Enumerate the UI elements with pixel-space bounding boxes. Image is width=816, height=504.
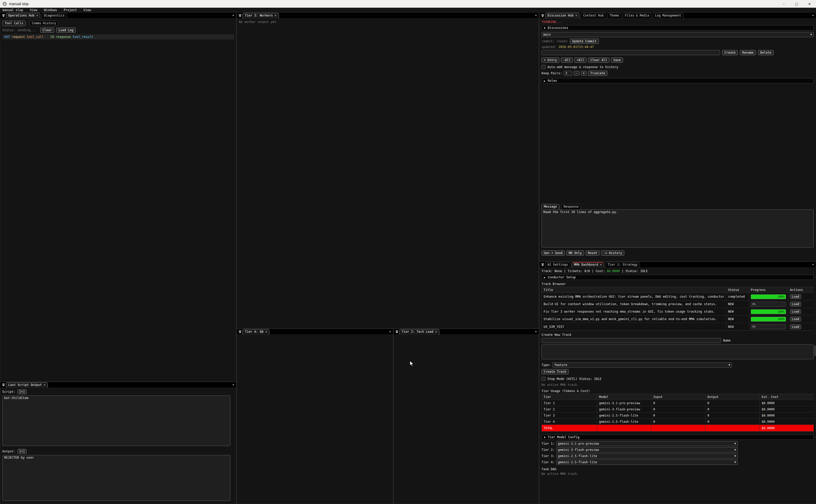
load-track-button[interactable]: Load [790,309,801,314]
panel-close-icon[interactable]: ✕ [535,13,537,17]
tab-operations-hub[interactable]: Operations Hub × [6,13,40,18]
panel-close-icon[interactable]: ✕ [535,330,537,333]
tier2-model-dropdown[interactable]: gemini-3-flash-preview ▼ [556,447,738,452]
panel-close-icon[interactable]: ✕ [232,383,234,386]
window-menu-icon[interactable] [237,329,243,335]
create-track-button[interactable]: Create Track [542,369,569,374]
to-history-button[interactable]: -> History [601,250,624,256]
collapse-all-button[interactable]: -All [561,58,573,63]
menu-item-app[interactable]: manual slop [3,8,23,12]
discussion-name-input[interactable] [542,50,720,55]
roles-section-header[interactable]: ▶ Roles [542,78,814,83]
gen-send-button[interactable]: Gen + Send [542,250,565,256]
tab-close-icon[interactable]: × [265,329,267,335]
script-textarea[interactable]: Get-ChildItem [2,395,230,446]
step-mode-checkbox[interactable] [542,377,545,381]
scrollbar-thumb[interactable] [814,345,816,356]
tab-tier3-workers[interactable]: Tier 3: Workers × [243,13,279,18]
message-textarea[interactable]: Read the first 10 lines of aggregate.py. [542,209,814,248]
tab-message[interactable]: Message [542,204,559,209]
tab-theme[interactable]: Theme [607,13,621,18]
md-only-button[interactable]: MD Only [566,250,584,256]
tab-discussion-hub[interactable]: Discussion Hub × [545,13,579,18]
auto-add-checkbox[interactable] [542,65,545,69]
load-log-button[interactable]: Load Log [56,28,76,33]
tier1-model-dropdown[interactable]: gemini-3.1-pro-preview ▼ [556,441,738,446]
tab-context-hub[interactable]: Context Hub [581,13,606,18]
rename-button[interactable]: Rename [740,50,756,55]
load-track-button[interactable]: Load [790,324,801,329]
menu-item-view-2[interactable]: View [84,8,91,12]
tool-call-log-row[interactable]: OUT request tool_call IN response tool_r… [2,34,234,39]
tab-comms-history[interactable]: Comms History [29,21,58,26]
menu-item-view[interactable]: View [30,8,37,12]
operations-hub-tabbar: Operations Hub × Diagnostics ✕ [0,13,236,19]
tab-tier4-qa[interactable]: Tier 4: QA × [243,329,269,335]
window-menu-icon[interactable] [540,13,545,18]
menu-item-windows[interactable]: Windows [44,8,57,12]
panel-close-icon[interactable]: ✕ [232,13,234,17]
output-expand-button[interactable]: [+] [18,449,27,454]
output-textarea[interactable]: REJECTED by user [2,455,230,501]
track-type-dropdown[interactable]: feature ▼ [552,362,732,368]
name-label: Name [723,339,731,342]
discussion-scrollbar[interactable] [814,19,816,261]
minimize-button[interactable]: – [777,0,790,8]
tab-last-script-output[interactable]: Last Script Output × [6,382,48,388]
tier-model-config-header[interactable]: ▼ Tier Model Config [542,435,814,440]
panel-close-icon[interactable]: ✕ [389,330,391,333]
window-menu-icon[interactable] [237,13,243,18]
create-button[interactable]: Create [722,50,738,55]
clear-button[interactable]: Clear [40,28,54,33]
delete-button[interactable]: Delete [758,50,774,55]
window-menu-icon[interactable] [1,13,6,18]
tab-close-icon[interactable]: × [575,13,577,18]
menu-item-project[interactable]: Project [64,8,77,12]
tab-log-management[interactable]: Log Management [653,13,683,18]
load-track-button[interactable]: Load [790,302,801,306]
update-commit-button[interactable]: Update Commit [570,39,599,44]
load-track-button[interactable]: Load [790,317,801,321]
discussion-select[interactable]: main ▼ [542,32,814,37]
window-menu-icon[interactable] [394,329,399,335]
window-menu-icon[interactable] [540,262,545,267]
keep-pairs-increment-button[interactable]: + [581,71,586,76]
track-description-textarea[interactable] [542,344,814,359]
tier3-model-dropdown[interactable]: gemini-2.5-flash-lite ▼ [556,453,738,459]
tier4-model-dropdown[interactable]: gemini-2.5-flash-lite ▼ [556,460,738,465]
truncate-button[interactable]: Truncate [588,71,608,76]
tab-tier2-tech-lead[interactable]: Tier 2: Tech Lead × [399,329,439,335]
table-row: Tier 4gemini-2.5-flash-lite 00 $0.0000 [542,419,814,425]
reset-button[interactable]: Reset [586,250,600,256]
keep-pairs-decrement-button[interactable]: - [574,71,579,76]
panel-close-icon[interactable]: ✕ [812,263,814,266]
script-expand-button[interactable]: [+] [18,389,27,394]
add-entry-button[interactable]: + Entry [542,58,559,63]
save-button[interactable]: Save [611,58,623,63]
tab-close-icon[interactable]: × [600,263,602,267]
window-menu-icon[interactable] [1,382,6,388]
track-name-input[interactable] [542,338,721,343]
tab-close-icon[interactable]: × [44,383,45,388]
tab-files-media[interactable]: Files & Media [623,13,651,18]
close-button[interactable]: ✕ [803,0,816,8]
tab-diagnostics[interactable]: Diagnostics [42,13,67,18]
tab-tier1-strategy[interactable]: Tier 1: Strategy [605,262,640,267]
tab-response[interactable]: Response [561,204,581,209]
discussions-section-header[interactable]: ▼ Discussions [542,25,814,30]
tab-ai-settings[interactable]: AI Settings [545,262,570,267]
tab-mma-dashboard[interactable]: MMA Dashboard × [571,262,604,267]
tab-tool-calls[interactable]: Tool Calls [2,21,26,26]
keep-pairs-value[interactable]: 2 [563,71,572,76]
tab-close-icon[interactable]: × [274,13,276,18]
conductor-setup-header[interactable]: ▶ Conductor Setup [542,275,814,280]
load-track-button[interactable]: Load [790,294,801,299]
tab-close-icon[interactable]: × [36,13,38,18]
panel-close-icon[interactable]: ✕ [812,13,814,17]
maximize-button[interactable]: ▢ [790,0,803,8]
tab-close-icon[interactable]: × [435,329,437,335]
mma-dashboard-tabbar: AI Settings MMA Dashboard × Tier 1: Stra… [539,262,816,268]
expand-all-button[interactable]: +All [574,58,586,63]
mma-scrollbar[interactable] [814,268,816,504]
clear-all-button[interactable]: Clear All [588,58,609,63]
